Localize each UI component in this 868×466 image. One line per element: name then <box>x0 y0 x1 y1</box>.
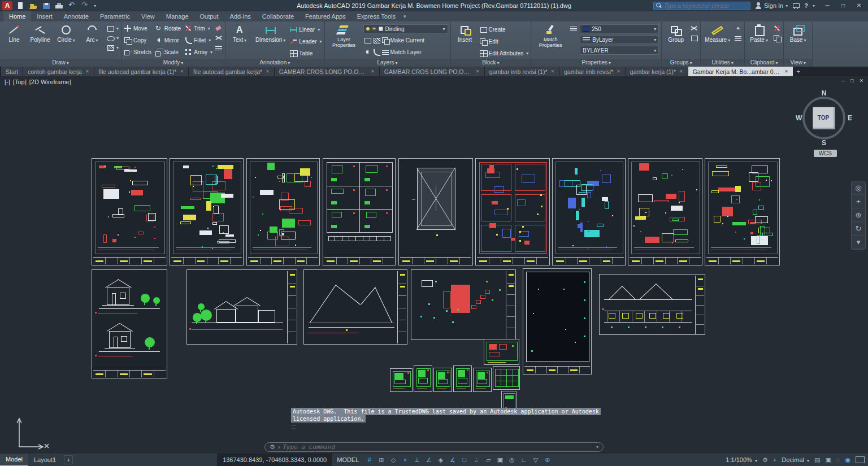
command-recent-icon[interactable]: ▾ <box>596 445 598 450</box>
layout1-tab[interactable]: Layout1 <box>28 454 62 465</box>
layer-lock-icon[interactable] <box>363 48 371 56</box>
drawing-sheet[interactable] <box>552 158 626 265</box>
toggle-selection-cycling[interactable]: ▣ <box>494 454 506 466</box>
clean-screen-icon[interactable] <box>856 456 865 463</box>
stretch-button[interactable]: Stretch <box>124 47 151 57</box>
toggle-object-snap-tracking[interactable]: ∡ <box>446 454 458 466</box>
drawing-sheet[interactable] <box>92 269 167 378</box>
autocad-logo-icon[interactable]: A <box>2 1 12 10</box>
id-point-icon[interactable]: ⌖ <box>734 24 742 32</box>
toggle-lineweight[interactable]: ≡ <box>470 454 482 466</box>
ellipse-tool-button[interactable]: ▾ <box>106 34 119 42</box>
visual-style-button[interactable]: [2D Wireframe] <box>29 79 71 85</box>
edit-block-button[interactable]: Edit <box>479 36 529 46</box>
drawing-sheet[interactable] <box>323 158 396 265</box>
view-panel-label[interactable]: View▾ <box>784 59 812 67</box>
array-button[interactable]: Array▾ <box>184 47 212 57</box>
ribbon-tab[interactable]: Parametric <box>94 11 136 21</box>
group-edit-icon[interactable] <box>690 34 698 42</box>
hatch-tool-button[interactable]: ▾ <box>106 43 119 51</box>
erase-button[interactable] <box>215 24 223 32</box>
nav-pan[interactable]: + <box>852 195 865 208</box>
toggle-dynamic-ucs[interactable]: ∟ <box>518 454 530 466</box>
object-color-combo[interactable]: 250 ▾ <box>580 24 659 33</box>
file-tab[interactable]: GAMBAR CROS LONG PO,OANGAN (1)* ✕ <box>275 67 379 76</box>
model-tab[interactable]: Model <box>0 454 28 466</box>
save-icon[interactable] <box>42 1 51 10</box>
tab-close-icon[interactable]: ✕ <box>476 69 480 74</box>
drawing-minimize-button[interactable]: ─ <box>841 78 845 84</box>
line-button[interactable]: Line <box>2 23 26 43</box>
modify-more-button[interactable] <box>215 43 223 51</box>
drawing-restore-button[interactable]: □ <box>850 78 853 84</box>
groups-panel-label[interactable]: Groups▾ <box>662 59 700 67</box>
close-button[interactable]: ✕ <box>851 0 867 11</box>
tab-close-icon[interactable]: ✕ <box>180 69 184 74</box>
copy-button[interactable]: Copy <box>124 35 151 45</box>
toggle-transparency[interactable]: ▱ <box>482 454 494 466</box>
viewcube[interactable]: N S W E TOP <box>797 91 851 145</box>
text-button[interactable]: Text▾ <box>228 23 251 43</box>
drawing-sheet[interactable] <box>246 158 320 265</box>
properties-panel-label[interactable]: Properties▾ <box>531 59 661 67</box>
toggle-3d-object-snap[interactable]: ◎ <box>506 454 518 466</box>
move-button[interactable]: Move <box>124 23 151 33</box>
utilities-panel-label[interactable]: Utilities▾ <box>701 59 744 67</box>
undo-icon[interactable] <box>68 1 77 10</box>
nav-more[interactable]: ▾ <box>852 236 865 249</box>
base-button[interactable]: Base▾ <box>786 23 810 43</box>
tab-close-icon[interactable]: ✕ <box>617 69 620 74</box>
table-button[interactable]: Table <box>289 48 322 58</box>
nav-steering-wheel[interactable]: ◎ <box>852 181 865 195</box>
layer-isolate-icon[interactable] <box>372 36 380 44</box>
drawing-sheet[interactable] <box>433 368 452 392</box>
file-tab[interactable]: Start <box>1 67 23 76</box>
drawing-sheet[interactable] <box>186 269 297 345</box>
customize-icon[interactable]: ⚙ <box>270 443 275 451</box>
annotation-panel-label[interactable]: Annotation▾ <box>225 59 324 67</box>
file-tab[interactable]: GAMBAR CROS LONG PO,OANGAN* ✕ <box>380 67 484 76</box>
toggle-dynamic-input[interactable]: ⌖ <box>399 454 411 466</box>
toggle-gizmo[interactable]: ⊕ <box>541 454 553 466</box>
ribbon-tab[interactable]: Output <box>194 11 224 21</box>
lineweight-combo[interactable]: ByLayer ▾ <box>580 35 659 44</box>
drawing-sheet[interactable] <box>453 365 472 392</box>
scale-button[interactable]: Scale <box>155 47 181 57</box>
tab-close-icon[interactable]: ✕ <box>266 69 270 74</box>
toggle-grid-display[interactable]: # <box>363 454 375 466</box>
ribbon-tab[interactable]: View <box>136 11 160 21</box>
modify-panel-label[interactable]: Modify▾ <box>121 59 225 67</box>
linetype-combo[interactable]: BYLAYER ▾ <box>580 46 659 55</box>
drawing-sheet[interactable] <box>414 365 432 392</box>
maximize-button[interactable]: □ <box>835 0 851 11</box>
ribbon-tab[interactable]: Home <box>3 11 31 21</box>
clipboard-panel-label[interactable]: Clipboard▾ <box>745 59 783 67</box>
toggle-object-snap[interactable]: □ <box>458 454 470 466</box>
drawing-sheet[interactable] <box>705 158 780 265</box>
drawing-sheet[interactable] <box>484 339 519 365</box>
nav-zoom[interactable]: ⊕ <box>852 208 865 222</box>
tab-close-icon[interactable]: ✕ <box>550 69 554 74</box>
layer-freeze-icon[interactable] <box>381 36 389 44</box>
file-tab[interactable]: gambar imb revisi (1)* ✕ <box>485 67 559 76</box>
new-drawing-tab-button[interactable]: + <box>793 67 804 76</box>
drawing-sheet[interactable] <box>628 158 702 265</box>
make-current-button[interactable]: Make Current <box>390 35 425 45</box>
tab-close-icon[interactable]: ✕ <box>679 69 683 74</box>
drawing-close-button[interactable]: ✕ <box>859 78 863 84</box>
search-input[interactable] <box>664 3 748 9</box>
ribbon-tab[interactable]: Annotate <box>58 11 94 21</box>
layer-off-icon[interactable] <box>363 36 371 44</box>
drawing-sheet[interactable] <box>92 158 167 265</box>
block-panel-label[interactable]: Block▾ <box>451 59 531 67</box>
trim-button[interactable]: Trim▾ <box>184 23 212 33</box>
drawing-sheet[interactable] <box>473 368 492 392</box>
ribbon-tab[interactable]: Express Tools <box>351 11 401 21</box>
file-tab[interactable]: contoh gambar kerja ✕ <box>23 67 93 76</box>
new-layout-button[interactable]: + <box>64 455 73 464</box>
quick-properties-icon[interactable]: ▤ <box>814 456 820 464</box>
properties-list-icon[interactable] <box>570 24 578 32</box>
tab-close-icon[interactable]: ✕ <box>371 69 375 74</box>
copy-clip-icon[interactable] <box>773 34 781 42</box>
layer-combo[interactable]: ☀ Dinding ▾ <box>363 24 448 33</box>
